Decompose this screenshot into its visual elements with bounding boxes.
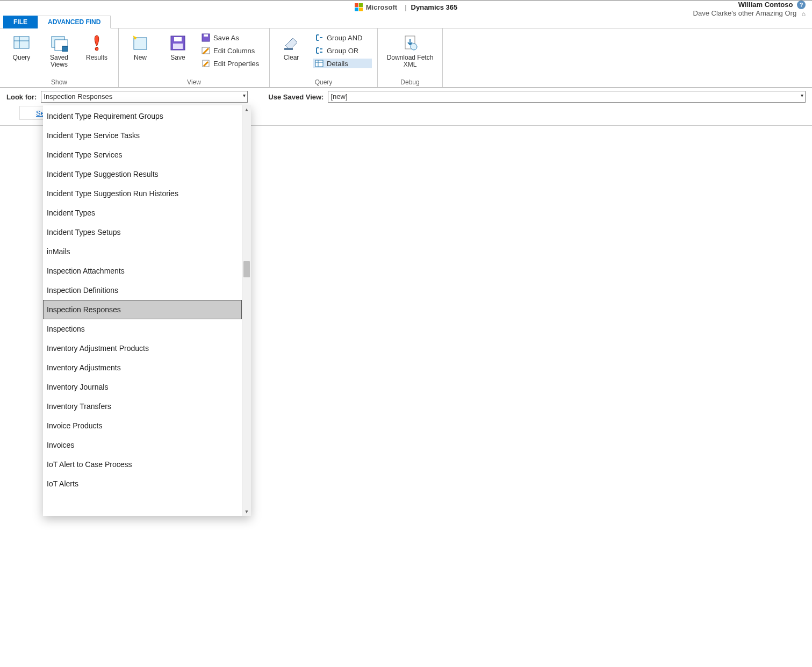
ribbon-caption-debug: Debug xyxy=(400,77,419,86)
header-divider: | xyxy=(405,3,406,11)
svg-rect-7 xyxy=(134,38,147,49)
edit-properties-label: Edit Properties xyxy=(213,60,259,68)
edit-columns-label: Edit Columns xyxy=(213,47,255,55)
saved-views-icon xyxy=(49,33,69,53)
tabs-row: FILE ADVANCED FIND xyxy=(0,15,812,28)
look-for-value[interactable]: Inspection Responses xyxy=(41,91,248,103)
clear-label: Clear xyxy=(284,54,299,61)
group-and-icon xyxy=(315,33,324,42)
product-name: Dynamics 365 xyxy=(411,3,458,11)
save-icon xyxy=(168,33,188,53)
ribbon: Query Saved Views Results Show xyxy=(0,28,812,88)
details-button[interactable]: Details xyxy=(313,59,372,68)
svg-rect-17 xyxy=(315,60,323,67)
group-or-icon xyxy=(315,46,324,55)
svg-rect-13 xyxy=(204,34,208,37)
microsoft-label: Microsoft xyxy=(366,3,398,11)
edit-properties-icon xyxy=(202,59,210,68)
svg-rect-11 xyxy=(173,44,183,49)
clear-button[interactable]: Clear xyxy=(275,31,307,61)
details-label: Details xyxy=(327,60,348,68)
scroll-up-icon[interactable]: ▲ xyxy=(242,105,251,114)
dropdown-scrollbar[interactable]: ▲ ▼ xyxy=(242,105,251,126)
details-icon xyxy=(315,59,324,68)
svg-point-21 xyxy=(411,44,417,50)
group-or-label: Group OR xyxy=(327,47,358,55)
select-link-container: Sele xyxy=(19,106,46,120)
new-button[interactable]: New xyxy=(124,31,156,61)
tab-file[interactable]: FILE xyxy=(3,16,38,28)
help-icon[interactable]: ? xyxy=(797,1,806,9)
ribbon-group-debug: Download Fetch XML Debug xyxy=(378,28,443,87)
org-name: Dave Clarke's other Amazing Org xyxy=(693,9,797,17)
group-or-button[interactable]: Group OR xyxy=(313,46,372,55)
ribbon-caption-show: Show xyxy=(51,77,67,86)
look-for-select[interactable]: Inspection Responses ▾ xyxy=(41,91,248,103)
new-icon xyxy=(130,33,150,53)
saved-views-label: Saved Views xyxy=(43,54,75,68)
ribbon-group-show: Query Saved Views Results Show xyxy=(0,28,119,87)
group-and-label: Group AND xyxy=(327,34,362,42)
home-icon[interactable]: ⌂ xyxy=(802,10,806,18)
tab-advanced-find[interactable]: ADVANCED FIND xyxy=(38,16,111,28)
save-as-button[interactable]: Save As xyxy=(199,33,264,42)
form-row: Look for: Inspection Responses ▾ Use Sav… xyxy=(0,88,812,106)
saved-view-value[interactable]: [new] xyxy=(328,91,806,103)
ribbon-caption-query: Query xyxy=(315,77,333,86)
save-as-label: Save As xyxy=(213,34,239,42)
results-icon xyxy=(87,33,107,53)
select-link[interactable]: Sele xyxy=(20,108,46,118)
edit-properties-button[interactable]: Edit Properties xyxy=(199,59,264,68)
download-fetch-xml-label: Download Fetch XML xyxy=(383,54,437,68)
ribbon-group-query: Clear Group AND Group OR xyxy=(270,28,378,87)
user-block: William Contoso ? Dave Clarke's other Am… xyxy=(693,1,806,18)
edit-columns-button[interactable]: Edit Columns xyxy=(199,46,264,55)
svg-rect-10 xyxy=(174,37,182,41)
clear-icon xyxy=(281,33,301,53)
ribbon-group-view: New Save Save As E xyxy=(119,28,270,87)
download-fetch-xml-icon xyxy=(400,33,420,53)
look-for-label: Look for: xyxy=(6,93,37,101)
edit-columns-icon xyxy=(202,46,210,55)
save-button[interactable]: Save xyxy=(162,31,194,61)
group-and-button[interactable]: Group AND xyxy=(313,33,372,42)
query-label: Query xyxy=(13,54,31,61)
dropdown-item[interactable]: Incident Type Requirement Groups xyxy=(43,106,242,126)
results-label: Results xyxy=(86,54,107,61)
save-label: Save xyxy=(170,54,185,61)
top-header: Microsoft | Dynamics 365 William Contoso… xyxy=(0,0,812,14)
query-icon xyxy=(11,33,32,53)
user-name: William Contoso xyxy=(738,1,793,9)
ribbon-caption-view: View xyxy=(187,77,201,86)
svg-rect-16 xyxy=(284,48,293,50)
dropdown-list: Incident Type Requirement GroupsIncident… xyxy=(43,105,242,126)
microsoft-logo: Microsoft xyxy=(355,3,398,11)
look-for-dropdown: Incident Type Requirement GroupsIncident… xyxy=(43,105,251,126)
saved-view-select[interactable]: [new] ▾ xyxy=(328,91,806,103)
saved-view-label: Use Saved View: xyxy=(268,93,324,101)
new-label: New xyxy=(134,54,147,61)
svg-rect-0 xyxy=(14,37,29,48)
download-fetch-xml-button[interactable]: Download Fetch XML xyxy=(383,31,437,68)
svg-point-6 xyxy=(95,47,98,51)
save-as-icon xyxy=(202,33,210,42)
svg-rect-5 xyxy=(62,46,68,52)
saved-views-button[interactable]: Saved Views xyxy=(43,31,75,68)
query-button[interactable]: Query xyxy=(5,31,38,61)
microsoft-logo-icon xyxy=(355,3,363,11)
results-button[interactable]: Results xyxy=(81,31,113,61)
